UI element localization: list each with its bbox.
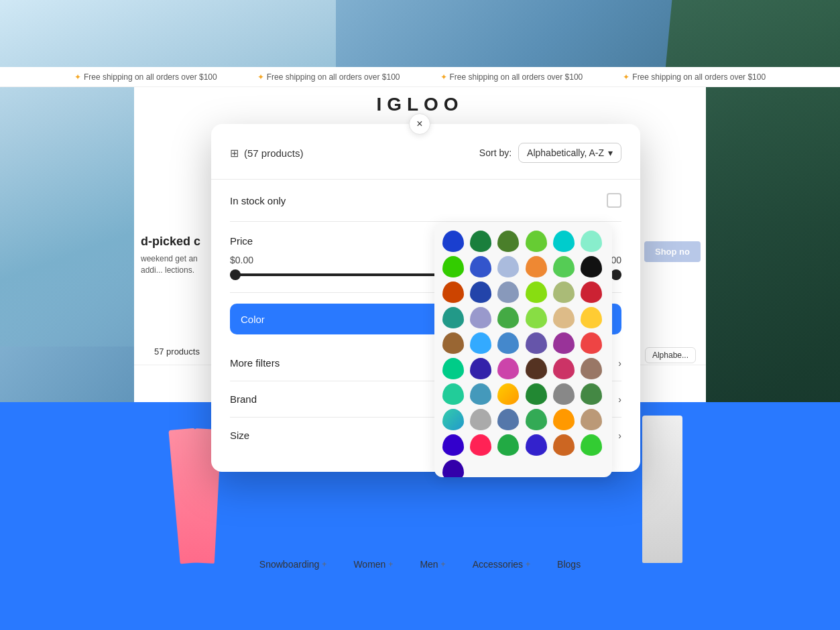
color-swatch-dark-green[interactable] bbox=[470, 231, 491, 252]
filter-icon: ⊞ bbox=[230, 147, 239, 160]
sort-section: Sort by: Alphabetically, A-Z ▾ bbox=[479, 143, 621, 163]
color-swatch-medium-green[interactable] bbox=[497, 307, 519, 328]
color-swatch-periwinkle[interactable] bbox=[470, 307, 491, 328]
color-swatch-teal[interactable] bbox=[442, 307, 464, 328]
color-swatch-light-blue[interactable] bbox=[497, 256, 519, 277]
star-icon-2: ✦ bbox=[257, 72, 264, 82]
color-swatch-jade[interactable] bbox=[497, 434, 519, 456]
second-filter-count: 57 products bbox=[154, 346, 200, 357]
modal-close-button[interactable]: × bbox=[409, 113, 430, 135]
color-swatch-rose[interactable] bbox=[553, 358, 575, 379]
color-swatch-royal-blue[interactable] bbox=[526, 434, 547, 456]
color-label: Color bbox=[241, 314, 265, 325]
color-swatch-indigo[interactable] bbox=[470, 358, 491, 379]
handpicked-subtitle: weekend get an addi... lections. bbox=[141, 253, 221, 276]
color-swatch-orange[interactable] bbox=[526, 256, 547, 277]
men-plus-icon: + bbox=[441, 560, 446, 569]
color-swatch-olive-green[interactable] bbox=[497, 231, 519, 252]
color-swatch-dark-sage[interactable] bbox=[581, 383, 602, 405]
color-swatch-seafoam[interactable] bbox=[442, 358, 464, 379]
color-swatch-amber[interactable] bbox=[553, 409, 575, 430]
color-swatch-yellow[interactable] bbox=[581, 307, 602, 328]
color-swatch-silver[interactable] bbox=[470, 409, 491, 430]
color-swatch-sky-blue[interactable] bbox=[470, 332, 491, 354]
star-icon-4: ✦ bbox=[623, 72, 629, 82]
store-logo: IGLOO bbox=[376, 94, 463, 115]
color-swatch-magenta[interactable] bbox=[553, 332, 575, 354]
color-swatch-mint[interactable] bbox=[581, 231, 602, 252]
footer-nav-men[interactable]: Men + bbox=[420, 559, 445, 570]
color-swatch-slate[interactable] bbox=[497, 281, 519, 303]
in-stock-label: In stock only bbox=[230, 195, 286, 206]
brand-label: Brand bbox=[230, 393, 257, 405]
color-swatch-red[interactable] bbox=[581, 281, 602, 303]
banner-text-1: Free shipping on all orders over $100 bbox=[84, 72, 217, 82]
color-swatch-purple[interactable] bbox=[526, 332, 547, 354]
color-swatch-yellow-green[interactable] bbox=[526, 281, 547, 303]
product-count: (57 products) bbox=[244, 147, 303, 159]
color-swatch-blue[interactable] bbox=[470, 256, 491, 277]
color-swatch-black[interactable] bbox=[581, 256, 602, 277]
color-swatch-green[interactable] bbox=[553, 256, 575, 277]
color-swatch-cyan[interactable] bbox=[553, 231, 575, 252]
modal-header: ⊞ (57 products) Sort by: Alphabetically,… bbox=[230, 143, 621, 163]
alphabetically-badge-bg: Alphabe... bbox=[645, 347, 696, 363]
color-swatch-lime-green[interactable] bbox=[526, 231, 547, 252]
color-grid-panel bbox=[434, 223, 612, 477]
price-min: $0.00 bbox=[230, 255, 253, 265]
color-swatch-hot-pink[interactable] bbox=[470, 434, 491, 456]
sort-value: Alphabetically, A-Z bbox=[527, 147, 604, 158]
banner-item-1: ✦ Free shipping on all orders over $100 bbox=[74, 72, 217, 82]
color-swatch-electric-blue[interactable] bbox=[442, 434, 464, 456]
brand-chevron-icon: › bbox=[618, 394, 621, 405]
color-swatch-dark-brown[interactable] bbox=[526, 358, 547, 379]
color-swatch-teal-gradient[interactable] bbox=[442, 409, 464, 430]
in-stock-filter-row[interactable]: In stock only bbox=[230, 180, 621, 222]
color-swatch-deep-blue[interactable] bbox=[442, 231, 464, 252]
color-swatch-emerald[interactable] bbox=[526, 409, 547, 430]
banner-item-2: ✦ Free shipping on all orders over $100 bbox=[257, 72, 400, 82]
banner-item-4: ✦ Free shipping on all orders over $100 bbox=[623, 72, 766, 82]
snowboarding-plus-icon: + bbox=[322, 560, 326, 569]
color-swatch-medium-blue[interactable] bbox=[497, 332, 519, 354]
sort-dropdown[interactable]: Alphabetically, A-Z ▾ bbox=[518, 143, 621, 163]
color-swatches-grid bbox=[442, 231, 604, 477]
color-swatch-tan[interactable] bbox=[553, 307, 575, 328]
color-swatch-light-lime[interactable] bbox=[526, 307, 547, 328]
close-icon: × bbox=[416, 118, 422, 130]
footer-nav-women[interactable]: Women + bbox=[353, 559, 393, 570]
color-swatch-burnt-orange[interactable] bbox=[442, 281, 464, 303]
color-swatch-aquamarine[interactable] bbox=[442, 383, 464, 405]
handpicked-title: d-picked c bbox=[141, 235, 200, 249]
footer-nav-snowboarding[interactable]: Snowboarding + bbox=[259, 559, 327, 570]
color-swatch-steel-blue[interactable] bbox=[470, 383, 491, 405]
size-label: Size bbox=[230, 430, 249, 441]
sort-arrow-icon: ▾ bbox=[608, 147, 613, 158]
color-swatch-gray[interactable] bbox=[553, 383, 575, 405]
color-swatch-mauve[interactable] bbox=[581, 358, 602, 379]
star-icon-1: ✦ bbox=[74, 72, 81, 82]
color-swatch-deep-purple[interactable] bbox=[442, 460, 464, 477]
color-swatch-dusty-blue[interactable] bbox=[497, 409, 519, 430]
more-filters-label: More filters bbox=[230, 357, 280, 369]
color-swatch-coral[interactable] bbox=[581, 332, 602, 354]
color-swatch-navy[interactable] bbox=[470, 281, 491, 303]
filter-count-section: ⊞ (57 products) bbox=[230, 147, 303, 160]
color-swatch-forest-green[interactable] bbox=[526, 383, 547, 405]
price-slider-left-thumb[interactable] bbox=[230, 269, 241, 280]
color-swatch-bright-green[interactable] bbox=[442, 256, 464, 277]
footer-nav-blogs[interactable]: Blogs bbox=[557, 559, 581, 570]
size-chevron-icon: › bbox=[618, 430, 621, 441]
in-stock-checkbox[interactable] bbox=[607, 193, 621, 208]
footer-nav-accessories[interactable]: Accessories + bbox=[473, 559, 530, 570]
color-swatch-vivid-green[interactable] bbox=[581, 434, 602, 456]
color-swatch-gold-gradient[interactable] bbox=[497, 383, 519, 405]
color-swatch-pink[interactable] bbox=[497, 358, 519, 379]
price-slider-right-thumb[interactable] bbox=[611, 269, 621, 280]
color-swatch-sage[interactable] bbox=[553, 281, 575, 303]
star-icon-3: ✦ bbox=[440, 72, 447, 82]
color-swatch-rust[interactable] bbox=[553, 434, 575, 456]
color-swatch-brown[interactable] bbox=[442, 332, 464, 354]
color-swatch-beige[interactable] bbox=[581, 409, 602, 430]
shop-now-button[interactable]: Shop no bbox=[644, 241, 701, 262]
